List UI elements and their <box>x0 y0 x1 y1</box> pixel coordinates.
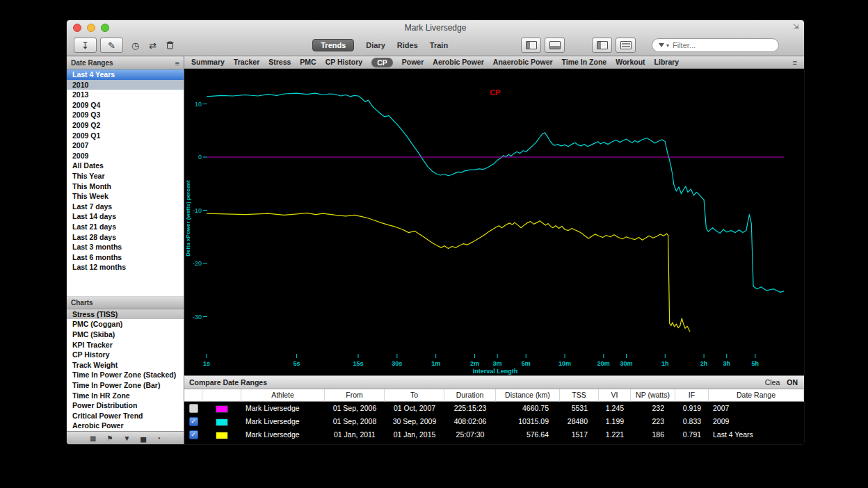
filter-input[interactable] <box>671 40 772 50</box>
date-range-item-this-month[interactable]: This Month <box>67 181 184 192</box>
clear-button[interactable]: Clea <box>765 378 780 387</box>
date-range-item-last-12-months[interactable]: Last 12 months <box>67 262 184 273</box>
column-header-date-range[interactable]: Date Range <box>709 389 804 402</box>
chart-item-track-weight[interactable]: Track Weight <box>67 360 184 371</box>
cell-duration: 408:02:06 <box>444 415 496 428</box>
tab-tracker[interactable]: Tracker <box>234 58 259 67</box>
chart-item-kpi-tracker[interactable]: KPI Tracker <box>67 340 184 350</box>
stopwatch-icon[interactable]: ◷ <box>131 40 139 51</box>
column-header-np-watts[interactable]: NP (watts) <box>631 389 675 402</box>
chart-item-critical-power-trend[interactable]: Critical Power Trend <box>67 411 184 421</box>
tab-cp[interactable]: CP <box>371 58 393 67</box>
column-header-distance-km[interactable]: Distance (km) <box>496 389 560 402</box>
chevron-down-icon[interactable]: ▾ <box>666 42 669 49</box>
edit-button[interactable]: ✎ <box>100 38 123 53</box>
zoom-button[interactable] <box>101 24 109 32</box>
tiled-view-button[interactable] <box>616 38 636 53</box>
tab-workout[interactable]: Workout <box>616 58 645 67</box>
cell-athlete: Mark Liversedge <box>241 428 325 441</box>
column-header-if[interactable]: IF <box>675 389 709 402</box>
date-range-item-last-3-months[interactable]: Last 3 months <box>67 242 184 252</box>
date-range-item-2009[interactable]: 2009 <box>67 151 184 161</box>
cell-duration: 25:07:30 <box>444 428 496 441</box>
tabbar-menu-icon[interactable]: ≡ <box>793 58 797 67</box>
date-range-item-2009-q1[interactable]: 2009 Q1 <box>67 131 184 141</box>
tab-time-in-zone[interactable]: Time In Zone <box>562 58 607 67</box>
tab-stress[interactable]: Stress <box>268 58 291 67</box>
on-toggle[interactable]: ON <box>787 378 798 387</box>
date-range-item-this-week[interactable]: This Week <box>67 191 184 202</box>
row-checkbox[interactable]: ✓ <box>189 430 198 439</box>
close-button[interactable] <box>73 24 81 32</box>
clock-icon[interactable]: ◔ <box>156 434 161 442</box>
chart-icon[interactable]: ▅ <box>140 434 146 442</box>
minimize-button[interactable] <box>87 24 95 32</box>
cell-vi: 1.245 <box>599 402 631 415</box>
cell-distance: 576.64 <box>496 428 560 441</box>
chart-item-pmc-coggan[interactable]: PMC (Coggan) <box>67 319 184 330</box>
chart-item-aerobic-power[interactable]: Aerobic Power <box>67 421 184 431</box>
column-header-col1[interactable] <box>202 389 241 402</box>
date-range-item-2009-q2[interactable]: 2009 Q2 <box>67 120 184 131</box>
bottom-panel-toggle-button[interactable] <box>545 38 565 53</box>
filter-field[interactable]: ▾ <box>652 38 779 52</box>
date-range-item-last-4-years[interactable]: Last 4 Years <box>67 70 184 80</box>
tab-library[interactable]: Library <box>654 58 680 67</box>
row-checkbox[interactable] <box>189 404 198 413</box>
date-range-item-all-dates[interactable]: All Dates <box>67 161 184 171</box>
funnel-icon[interactable]: ▼ <box>123 434 130 442</box>
date-range-item-last-28-days[interactable]: Last 28 days <box>67 232 184 243</box>
trash-icon[interactable] <box>166 41 174 49</box>
table-icon[interactable]: ▦ <box>90 434 96 442</box>
bookmark-icon[interactable]: ⚑ <box>106 434 113 442</box>
column-header-to[interactable]: To <box>385 389 444 402</box>
date-ranges-header[interactable]: Date Ranges ≡ <box>67 56 184 70</box>
chart-item-pmc-skiba[interactable]: PMC (Skiba) <box>67 330 184 340</box>
column-header-duration[interactable]: Duration <box>444 389 496 402</box>
date-range-item-2007[interactable]: 2007 <box>67 140 184 151</box>
date-range-item-this-year[interactable]: This Year <box>67 171 184 181</box>
save-button[interactable]: ↧ <box>74 38 97 53</box>
column-header-tss[interactable]: TSS <box>560 389 599 402</box>
row-checkbox[interactable]: ✓ <box>189 417 198 426</box>
date-ranges-menu-icon[interactable]: ≡ <box>175 59 179 67</box>
chart-item-power-distribution[interactable]: Power Distribution <box>67 400 184 411</box>
date-range-item-2010[interactable]: 2010 <box>67 80 184 90</box>
view-button-diary[interactable]: Diary <box>366 41 385 49</box>
chart-item-time-in-power-zone-stacked[interactable]: Time In Power Zone (Stacked) <box>67 370 184 380</box>
date-range-item-last-21-days[interactable]: Last 21 days <box>67 222 184 232</box>
tab-pmc[interactable]: PMC <box>300 58 316 67</box>
intervals-icon[interactable]: ⇄ <box>149 40 156 51</box>
tab-anaerobic-power[interactable]: Anaerobic Power <box>493 58 553 67</box>
charts-header[interactable]: Charts <box>67 296 184 309</box>
tab-cp-history[interactable]: CP History <box>326 58 363 67</box>
date-range-item-last-7-days[interactable]: Last 7 days <box>67 202 184 212</box>
view-button-train[interactable]: Train <box>430 41 448 49</box>
tab-summary[interactable]: Summary <box>191 58 225 67</box>
column-header-athlete[interactable]: Athlete <box>241 389 325 402</box>
left-view-button[interactable] <box>592 38 612 53</box>
tab-power[interactable]: Power <box>402 58 424 67</box>
date-range-item-last-6-months[interactable]: Last 6 months <box>67 252 184 263</box>
date-range-item-last-14-days[interactable]: Last 14 days <box>67 211 184 222</box>
chart-item-cp-history[interactable]: CP History <box>67 350 184 360</box>
chart-item-time-in-power-zone-bar[interactable]: Time In Power Zone (Bar) <box>67 380 184 391</box>
filter-funnel-icon[interactable] <box>659 43 664 47</box>
cell-to: 01 Oct, 2007 <box>385 402 444 415</box>
view-button-rides[interactable]: Rides <box>397 41 418 49</box>
column-header-col0[interactable] <box>184 389 202 402</box>
view-button-trends[interactable]: Trends <box>312 39 354 51</box>
date-range-item-2013[interactable]: 2013 <box>67 90 184 100</box>
date-range-item-2009-q4[interactable]: 2009 Q4 <box>67 100 184 111</box>
sidebar-toggle-button[interactable] <box>521 38 541 53</box>
chart-item-stress-tiss[interactable]: Stress (TISS) <box>67 309 184 320</box>
column-header-from[interactable]: From <box>325 389 385 402</box>
column-header-vi[interactable]: VI <box>599 389 631 402</box>
titlebar[interactable]: Mark Liversedge ⇲ <box>67 20 804 35</box>
date-range-item-2009-q3[interactable]: 2009 Q3 <box>67 110 184 120</box>
chart-item-time-in-hr-zone[interactable]: Time In HR Zone <box>67 391 184 401</box>
y-tick-label: -10 <box>193 207 202 214</box>
tab-aerobic-power[interactable]: Aerobic Power <box>433 58 484 67</box>
cp-chart-canvas[interactable]: CP100-10-20-30Delta xPower (watts) perce… <box>184 69 804 375</box>
fullscreen-icon[interactable]: ⇲ <box>793 22 799 31</box>
